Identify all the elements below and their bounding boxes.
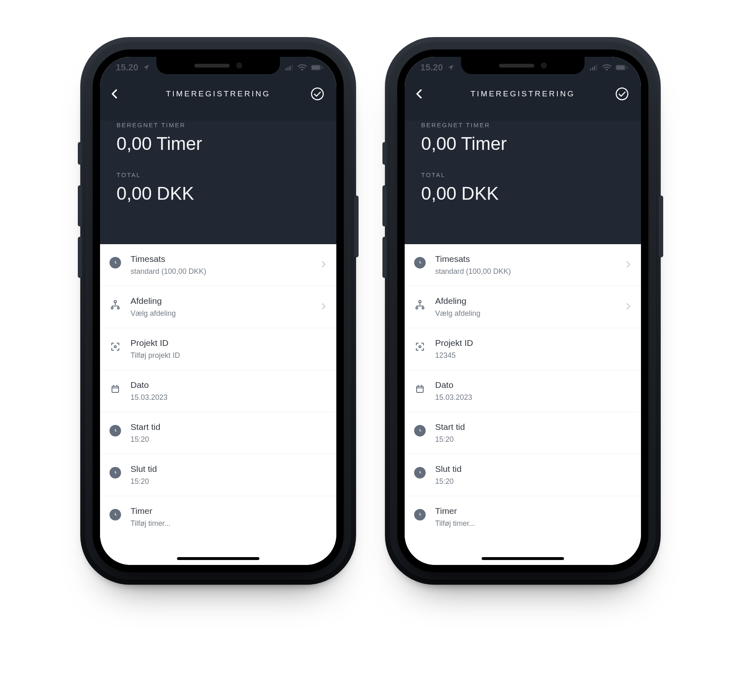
row-subtitle: 15:20 (435, 477, 633, 486)
row-subtitle: 15:20 (130, 435, 328, 444)
status-time: 15.20 (420, 62, 443, 73)
row-title: Timesats (130, 254, 310, 264)
clock-icon (110, 467, 121, 478)
row-subtitle: Tilføj timer... (130, 519, 328, 528)
side-button (78, 142, 82, 165)
chevron-right-icon (319, 260, 328, 271)
form-list: Timesats standard (100,00 DKK) Afdeling … (405, 244, 641, 565)
calendar-icon (414, 383, 426, 395)
back-button[interactable] (410, 84, 429, 104)
battery-icon (311, 65, 323, 70)
row-title: Timer (435, 506, 633, 516)
cellular-signal-icon (285, 65, 294, 70)
wifi-icon (602, 64, 611, 71)
clock-icon (414, 257, 426, 268)
row-subtitle: standard (100,00 DKK) (130, 267, 310, 276)
row-subtitle: Vælg afdeling (435, 309, 615, 318)
row-title: Afdeling (130, 296, 310, 306)
speaker-grille (194, 64, 230, 68)
row-timer[interactable]: Timer Tilføj timer... (100, 496, 336, 538)
row-subtitle: 12345 (435, 351, 633, 360)
row-timer[interactable]: Timer Tilføj timer... (405, 496, 641, 538)
speaker-grille (499, 64, 534, 68)
phone-mockup-right: 15.20 TIMEREGISTRERING BEREGNET TIMER 0,… (397, 49, 648, 572)
notch (156, 57, 280, 74)
page-title: TIMEREGISTRERING (166, 89, 270, 98)
scan-icon (109, 341, 121, 353)
header-dark-area: 15.20 TIMEREGISTRERING BEREGNET TIMER 0,… (405, 57, 641, 244)
wifi-icon (298, 64, 307, 71)
side-button (78, 237, 82, 278)
row-title: Projekt ID (130, 338, 328, 348)
page-title: TIMEREGISTRERING (471, 89, 575, 98)
row-title: Start tid (130, 422, 328, 432)
calculated-hours-label: BEREGNET TIMER (117, 121, 320, 128)
chevron-right-icon (319, 302, 328, 313)
row-title: Timesats (435, 254, 615, 264)
side-button (382, 142, 387, 165)
summary-panel: BEREGNET TIMER 0,00 Timer TOTAL 0,00 DKK (405, 109, 641, 204)
row-start-tid[interactable]: Start tid 15:20 (100, 412, 336, 454)
calculated-hours-value: 0,00 Timer (117, 133, 320, 154)
nav-bar: TIMEREGISTRERING (405, 78, 641, 109)
row-subtitle: Tilføj timer... (435, 519, 633, 528)
row-title: Slut tid (435, 464, 633, 474)
confirm-button[interactable] (308, 84, 327, 104)
row-projekt-id[interactable]: Projekt ID Tilføj projekt ID (100, 328, 336, 370)
row-afdeling[interactable]: Afdeling Vælg afdeling (100, 286, 336, 328)
row-title: Timer (130, 506, 328, 516)
row-slut-tid[interactable]: Slut tid 15:20 (405, 454, 641, 496)
total-label: TOTAL (117, 171, 320, 178)
row-title: Projekt ID (435, 338, 633, 348)
clock-icon (110, 425, 121, 436)
home-indicator[interactable] (482, 557, 564, 560)
department-icon (109, 299, 121, 311)
row-subtitle: Tilføj projekt ID (130, 351, 328, 360)
clock-icon (110, 509, 121, 520)
phone-mockup-left: 15.20 TIMEREGISTRERING BEREGNET TIMER 0,… (93, 49, 344, 572)
chevron-right-icon (624, 260, 633, 271)
row-title: Afdeling (435, 296, 615, 306)
side-button (382, 237, 387, 278)
calculated-hours-value: 0,00 Timer (421, 133, 624, 154)
row-timesats[interactable]: Timesats standard (100,00 DKK) (100, 244, 336, 286)
back-button[interactable] (105, 84, 125, 104)
row-dato[interactable]: Dato 15.03.2023 (405, 370, 641, 412)
clock-icon (414, 509, 426, 520)
side-button (659, 196, 663, 257)
row-timesats[interactable]: Timesats standard (100,00 DKK) (405, 244, 641, 286)
side-button (354, 196, 359, 257)
header-dark-area: 15.20 TIMEREGISTRERING BEREGNET TIMER 0,… (100, 57, 336, 244)
total-value: 0,00 DKK (117, 183, 320, 204)
clock-icon (414, 467, 426, 478)
notch (461, 57, 585, 74)
row-subtitle: 15.03.2023 (435, 393, 633, 402)
row-subtitle: 15:20 (435, 435, 633, 444)
front-camera (236, 63, 242, 68)
row-afdeling[interactable]: Afdeling Vælg afdeling (405, 286, 641, 328)
row-slut-tid[interactable]: Slut tid 15:20 (100, 454, 336, 496)
confirm-button[interactable] (612, 84, 632, 104)
chevron-right-icon (624, 302, 633, 313)
clock-icon (110, 257, 121, 268)
screen: 15.20 TIMEREGISTRERING BEREGNET TIMER 0,… (405, 57, 641, 565)
cellular-signal-icon (590, 65, 598, 70)
row-subtitle: 15:20 (130, 477, 328, 486)
row-start-tid[interactable]: Start tid 15:20 (405, 412, 641, 454)
screen: 15.20 TIMEREGISTRERING BEREGNET TIMER 0,… (100, 57, 336, 565)
row-title: Slut tid (130, 464, 328, 474)
row-title: Dato (435, 380, 633, 390)
row-dato[interactable]: Dato 15.03.2023 (100, 370, 336, 412)
battery-icon (615, 65, 628, 70)
row-subtitle: standard (100,00 DKK) (435, 267, 615, 276)
row-title: Start tid (435, 422, 633, 432)
clock-icon (414, 425, 426, 436)
row-projekt-id[interactable]: Projekt ID 12345 (405, 328, 641, 370)
total-label: TOTAL (421, 171, 624, 178)
calculated-hours-label: BEREGNET TIMER (421, 121, 624, 128)
home-indicator[interactable] (177, 557, 259, 560)
department-icon (414, 299, 426, 311)
scan-icon (414, 341, 426, 353)
status-time: 15.20 (116, 62, 138, 73)
total-value: 0,00 DKK (421, 183, 624, 204)
